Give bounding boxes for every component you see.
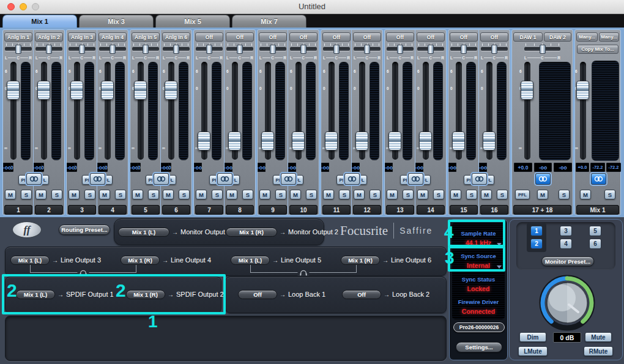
- tab-mix-5[interactable]: Mix 5: [155, 15, 230, 28]
- fader-track[interactable]: [138, 62, 144, 160]
- mute-button[interactable]: M: [323, 190, 334, 199]
- channel-source-button[interactable]: DAW 1: [513, 32, 543, 42]
- channel-source-button[interactable]: DAW 2: [544, 32, 571, 42]
- routing-preset-button[interactable]: Routing Preset...: [59, 225, 110, 235]
- fader-handle[interactable]: [576, 81, 589, 100]
- tab-mix-1[interactable]: Mix 1: [2, 15, 77, 28]
- settings-button[interactable]: Settings...: [456, 342, 502, 352]
- solo-button[interactable]: S: [51, 190, 62, 199]
- mute-button[interactable]: M: [99, 190, 110, 199]
- fader-track[interactable]: [168, 62, 174, 160]
- fader-handle[interactable]: [325, 132, 338, 150]
- solo-button[interactable]: S: [497, 190, 508, 199]
- fader-handle[interactable]: [452, 132, 465, 150]
- pan-slider-handle[interactable]: [333, 45, 340, 54]
- mute-button[interactable]: M: [69, 190, 80, 199]
- fader-handle[interactable]: [101, 81, 114, 100]
- stereo-link-button[interactable]: [535, 173, 551, 185]
- pan-slider-handle[interactable]: [79, 45, 85, 54]
- pan-slider-handle[interactable]: [397, 45, 403, 54]
- channel-source-button[interactable]: Off: [480, 32, 508, 42]
- channel-source-button[interactable]: Off: [259, 32, 287, 42]
- routing-source-button[interactable]: Mix 1 (R): [341, 256, 380, 265]
- fader-handle[interactable]: [292, 132, 305, 150]
- routing-source-button[interactable]: Mix 1 (R): [126, 290, 165, 299]
- routing-source-button[interactable]: Mix 1 (L): [231, 256, 270, 265]
- channel-source-button[interactable]: Off: [450, 32, 478, 42]
- stereo-link-button[interactable]: [472, 173, 487, 185]
- monitor-output-button-5[interactable]: 5: [589, 226, 601, 236]
- stereo-link-button[interactable]: [217, 173, 232, 185]
- fader-handle[interactable]: [134, 81, 147, 100]
- channel-source-button[interactable]: Off: [195, 32, 223, 42]
- fader-track[interactable]: [41, 62, 47, 160]
- pan-slider-handle[interactable]: [15, 45, 21, 54]
- pfl-button[interactable]: PFL: [515, 190, 530, 199]
- many-sources-button[interactable]: Many...: [599, 32, 619, 42]
- mute-button[interactable]: M: [354, 190, 365, 199]
- channel-source-button[interactable]: Anlg In 4: [98, 32, 127, 42]
- solo-button[interactable]: S: [212, 190, 223, 199]
- solo-button[interactable]: S: [466, 190, 477, 199]
- fader-handle[interactable]: [228, 132, 241, 150]
- mute-button[interactable]: M: [5, 190, 16, 199]
- monitor-volume-knob[interactable]: [538, 273, 596, 332]
- pan-slider-handle[interactable]: [491, 45, 497, 54]
- routing-source-button[interactable]: Mix 1 (L): [16, 290, 55, 299]
- fader-handle[interactable]: [355, 132, 368, 150]
- fader-handle[interactable]: [483, 132, 496, 150]
- channel-source-button[interactable]: Off: [226, 32, 254, 42]
- routing-source-button[interactable]: Mix 1 (R): [121, 256, 160, 265]
- solo-button[interactable]: S: [339, 190, 350, 199]
- stereo-link-button[interactable]: [281, 173, 296, 185]
- monitor-output-button-6[interactable]: 6: [589, 239, 601, 249]
- solo-button[interactable]: S: [559, 190, 570, 199]
- monitor-output-button-1[interactable]: 1: [530, 226, 543, 236]
- dim-button[interactable]: Dim: [519, 332, 546, 342]
- monitor-output-button-2[interactable]: 2: [530, 239, 543, 249]
- copy-mix-to-button[interactable]: Copy Mix To...: [577, 45, 618, 54]
- fader-handle[interactable]: [419, 132, 432, 150]
- channel-source-button[interactable]: Off: [353, 32, 381, 42]
- device-id-badge[interactable]: Pro26-00000026: [453, 322, 505, 332]
- fader-track[interactable]: [524, 62, 530, 160]
- pan-slider-handle[interactable]: [206, 45, 212, 54]
- channel-source-button[interactable]: Anlg In 5: [132, 32, 160, 42]
- fader-handle[interactable]: [165, 81, 177, 100]
- monitor-preset-button[interactable]: Monitor Preset...: [541, 256, 594, 266]
- left-mute-button[interactable]: LMute: [518, 346, 548, 356]
- mute-button[interactable]: M: [580, 190, 591, 199]
- mute-button[interactable]: M: [259, 190, 270, 199]
- mute-button[interactable]: M: [387, 190, 398, 199]
- solo-button[interactable]: S: [275, 190, 286, 199]
- fader-handle[interactable]: [70, 81, 83, 100]
- channel-source-button[interactable]: Anlg In 3: [68, 32, 96, 42]
- stereo-link-button[interactable]: [591, 173, 606, 185]
- pan-slider-handle[interactable]: [364, 45, 370, 54]
- stereo-link-button[interactable]: [154, 173, 169, 185]
- pan-slider-handle[interactable]: [143, 45, 149, 54]
- stereo-link-button[interactable]: [90, 173, 105, 185]
- solo-button[interactable]: S: [306, 190, 317, 199]
- fader-handle[interactable]: [388, 132, 401, 150]
- pan-slider-handle[interactable]: [270, 45, 276, 54]
- solo-button[interactable]: S: [148, 190, 159, 199]
- mute-button[interactable]: M: [481, 190, 492, 199]
- solo-button[interactable]: S: [433, 190, 444, 199]
- mute-button[interactable]: M: [537, 190, 548, 199]
- fader-track[interactable]: [105, 62, 111, 160]
- channel-source-button[interactable]: Anlg In 2: [35, 32, 63, 42]
- routing-source-button[interactable]: Mix 1 (L): [118, 228, 169, 237]
- channel-source-button[interactable]: Anlg In 1: [4, 32, 32, 42]
- pan-slider-handle[interactable]: [110, 45, 116, 54]
- fader-handle[interactable]: [37, 81, 50, 100]
- solo-button[interactable]: S: [179, 190, 190, 199]
- channel-source-button[interactable]: Off: [289, 32, 318, 42]
- routing-source-button[interactable]: Mix 1 (L): [10, 256, 50, 265]
- fader-track[interactable]: [74, 62, 80, 160]
- pan-slider-handle[interactable]: [46, 45, 52, 54]
- fader-handle[interactable]: [261, 132, 274, 150]
- solo-button[interactable]: S: [84, 190, 95, 199]
- mute-button[interactable]: Mute: [585, 332, 612, 342]
- fader-handle[interactable]: [198, 132, 210, 150]
